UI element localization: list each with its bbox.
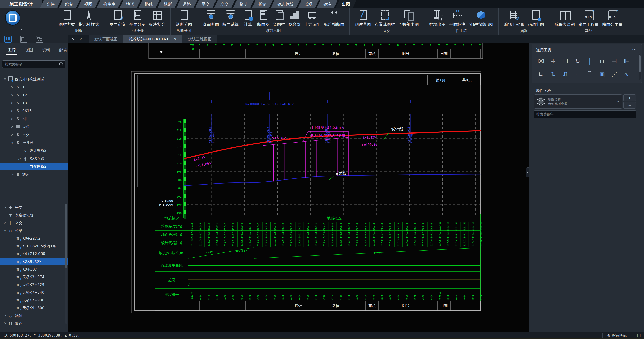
stretch-down-tool-icon[interactable]: ⇵ — [559, 68, 572, 80]
move-tool-icon[interactable]: ✛ — [547, 55, 559, 68]
tree-item[interactable]: >S12 — [0, 91, 77, 99]
search-icon[interactable] — [59, 62, 63, 66]
view-cube-icon[interactable]: ❒ — [637, 333, 640, 338]
ribbon-button[interactable]: 平面分图 — [128, 8, 147, 27]
tree-caret-icon[interactable]: > — [10, 172, 15, 176]
rotate-tool-icon[interactable]: ↻ — [572, 55, 584, 68]
tree-item[interactable]: >S平交 — [0, 131, 77, 139]
ribbon-button[interactable]: ↗路面工程量 — [576, 8, 600, 27]
menu-tab[interactable]: 出图 — [336, 0, 356, 8]
ribbon-button[interactable]: 挖台阶 — [287, 8, 302, 27]
profile-sheet-svg[interactable]: 234567K9+100设计复核审核图号日期第1页共4页V 1:200H 1:2… — [68, 43, 529, 332]
align-end-tool-icon[interactable]: ⊣ — [608, 55, 620, 68]
menu-tab[interactable]: 绘制 — [59, 0, 80, 8]
scale-box-tool-icon[interactable]: ▣ — [596, 68, 608, 80]
ribbon-button[interactable]: 标准横断面 — [322, 8, 346, 27]
ribbon-button[interactable]: 图框方案 — [57, 8, 77, 27]
offset-tool-icon[interactable]: ⊔ — [596, 55, 608, 68]
close-icon[interactable]: × — [174, 37, 177, 41]
ribbon-button[interactable]: 查询断面 — [201, 8, 221, 27]
menu-tab[interactable]: 标志标线 — [271, 0, 300, 8]
tree-caret-icon[interactable]: > — [2, 322, 8, 325]
ribbon-button[interactable]: 板块划分 — [147, 8, 167, 27]
tree-item[interactable]: ▼宽度变化段 — [0, 211, 70, 219]
ribbon-button[interactable]: 布置裁图框 — [373, 8, 397, 27]
tree-item[interactable]: >✚平交 — [0, 204, 70, 211]
ribbon-button[interactable]: 计算 — [240, 8, 256, 27]
align-distribute-tool-icon[interactable]: ⊩ — [620, 55, 632, 68]
menu-tab[interactable]: 纵断 — [157, 0, 178, 8]
tree-caret-icon[interactable]: > — [10, 117, 15, 121]
sidebar-tab[interactable]: 视图 — [25, 47, 33, 55]
stretch-up-tool-icon[interactable]: ⇅ — [547, 68, 559, 80]
delete-tool-icon[interactable]: ⌧ — [535, 55, 547, 68]
fit-points-tool-icon[interactable]: ∿ — [620, 68, 632, 80]
ribbon-button[interactable]: 土方调配 — [302, 8, 322, 27]
tree-item[interactable]: >╫立交 — [0, 219, 70, 227]
tree-caret-icon[interactable]: > — [10, 85, 15, 89]
tree-item[interactable]: >S13 — [0, 99, 77, 107]
logo-caret-icon[interactable]: ▾ — [20, 28, 22, 31]
tree-caret-icon[interactable]: > — [17, 157, 22, 160]
tree-caret-icon[interactable]: > — [10, 101, 15, 105]
tree-item[interactable]: >Sbjl — [0, 115, 77, 123]
menu-tab[interactable]: 路线 — [138, 0, 160, 8]
tree-caret-icon[interactable]: ∨ — [2, 229, 8, 232]
tree-item[interactable]: >◡涵洞 — [0, 312, 70, 320]
sidebar-tab[interactable]: 配置 — [59, 47, 68, 55]
sidebar-search-input[interactable] — [4, 60, 56, 68]
profile-drawing[interactable]: 234567K9+100设计复核审核图号日期第1页共4页V 1:200H 1:2… — [68, 43, 529, 332]
chamfer-tool-icon[interactable]: ⌐ — [572, 68, 584, 80]
property-search-input[interactable] — [536, 110, 633, 118]
layout-split-button[interactable] — [20, 36, 28, 42]
menu-tab[interactable]: 桥涵 — [252, 0, 273, 8]
tree-item[interactable]: ∨S推荐线 — [0, 139, 77, 147]
view-arrange-icon[interactable] — [71, 37, 75, 42]
menu-tab[interactable]: 文件 — [40, 0, 61, 8]
scale-steps-tool-icon[interactable]: ⋰ — [608, 68, 620, 80]
sidebar-tab[interactable]: 工程 — [8, 47, 16, 55]
scrollbar-thumb[interactable] — [66, 204, 67, 268]
menu-tab[interactable]: 标注 — [317, 0, 338, 8]
menu-tab[interactable]: 路基 — [233, 0, 254, 8]
view-tab[interactable]: 默认平面视图 — [89, 35, 124, 43]
ribbon-button[interactable]: 断面图 — [256, 8, 271, 27]
menu-tab[interactable]: 立交 — [214, 0, 235, 8]
step-profile-tool-icon[interactable]: ∟ — [535, 68, 547, 80]
add-view-button[interactable]: + — [624, 94, 636, 101]
tree-caret-icon[interactable]: > — [10, 93, 15, 97]
chevron-down-icon[interactable]: ∨ — [617, 100, 619, 104]
ribbon-button[interactable]: 涵洞出图 — [526, 8, 546, 27]
ribbon-button[interactable]: 分解挡墙出图 — [467, 8, 495, 27]
menu-tab[interactable]: 构件库 — [96, 0, 122, 8]
tree-caret-icon[interactable]: > — [2, 314, 8, 318]
menu-tab[interactable]: 景观 — [298, 0, 319, 8]
view-tab[interactable]: 推荐线(+400~K11)-1× — [124, 35, 182, 43]
ribbon-button[interactable]: 平面标注 — [447, 8, 467, 27]
tree-item[interactable]: >S9615 — [0, 107, 77, 115]
tree-item[interactable]: >S11 — [0, 83, 77, 91]
ribbon-button[interactable]: 指北针样式 — [77, 8, 101, 27]
ribbon-button[interactable]: 断面试算 — [221, 8, 240, 27]
tree-item[interactable]: >⋂隧道 — [0, 320, 70, 327]
tree-caret-icon[interactable]: > — [2, 206, 8, 209]
tree-caret-icon[interactable]: > — [10, 133, 15, 137]
trim-tool-icon[interactable]: ╪ — [584, 55, 596, 68]
right-panel-collapse-handle[interactable]: ▸ — [526, 168, 529, 177]
view-tab[interactable]: 默认三维视图 — [182, 35, 217, 43]
scrollbar-thumb[interactable] — [639, 55, 640, 72]
ribbon-button[interactable]: 套图框 — [271, 8, 287, 27]
menu-tab[interactable]: 视图 — [78, 0, 99, 8]
menu-tab[interactable]: 道路 — [176, 0, 197, 8]
view-export-icon[interactable]: ↗ — [78, 37, 83, 42]
tree-caret-icon[interactable]: > — [10, 109, 15, 113]
tree-item[interactable]: >S通道 — [0, 170, 77, 178]
filter-settings-button[interactable]: ≡ — [624, 102, 636, 109]
drawing-canvas[interactable]: 234567K9+100设计复核审核图号日期第1页共4页V 1:200H 1:2… — [68, 43, 529, 332]
tree-caret-icon[interactable]: ∨ — [10, 141, 15, 145]
sidebar-tab[interactable]: 资料 — [42, 47, 50, 55]
zoom-fit-button[interactable]: ⊕缩放匹配 — [607, 333, 626, 338]
app-logo-icon[interactable] — [6, 11, 20, 25]
layout-quad-button[interactable] — [36, 36, 43, 42]
tree-caret-icon[interactable]: > — [10, 125, 15, 129]
